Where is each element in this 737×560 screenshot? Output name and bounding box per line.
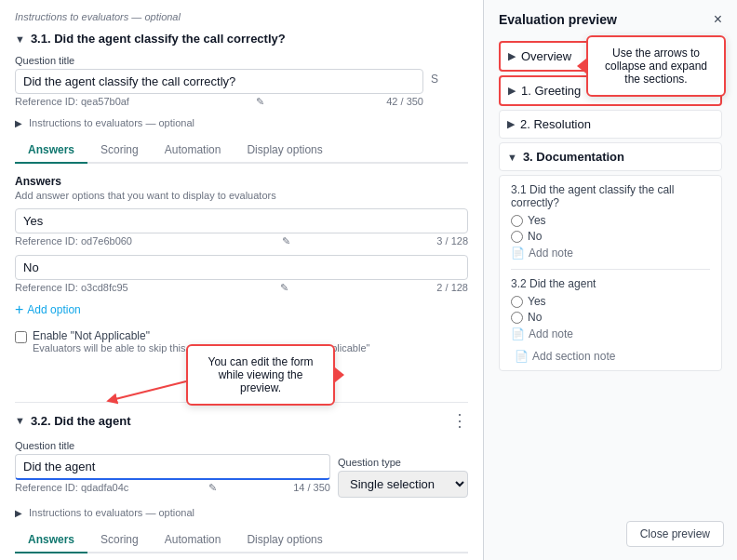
add-note-q1[interactable]: 📄 Add note [511, 247, 710, 260]
preview-q1-text: 3.1 Did the agent classify the call corr… [511, 183, 710, 209]
right-panel: Evaluation preview × ▶ Overview ▶ 1. Gre… [484, 0, 737, 560]
not-applicable-label: Enable "Not Applicable" [33, 329, 369, 342]
documentation-section-header[interactable]: ▼ 3. Documentation [499, 142, 722, 171]
tab-display-options-3-2[interactable]: Display options [234, 527, 335, 553]
resolution-section-header[interactable]: ▶ 2. Resolution [499, 110, 722, 139]
evaluation-preview-title: Evaluation preview [499, 12, 617, 27]
section-3-2-header: ▼ 3.2. Did the agent [15, 414, 131, 428]
question-title-label: Question title [15, 55, 423, 66]
ref-id: Reference ID: qea57b0af [15, 96, 129, 108]
section-3-1-header: ▼ 3.1. Did the agent classify the call c… [15, 32, 468, 46]
char-count-3-2: 14 / 350 [293, 482, 330, 494]
preview-q1-no-radio[interactable] [511, 231, 523, 243]
answer-no-count: 2 / 128 [436, 282, 468, 294]
question-type-select[interactable]: Single selection [338, 471, 468, 498]
add-note-q2[interactable]: 📄 Add note [511, 327, 710, 340]
answer-no-input[interactable] [15, 255, 468, 280]
preview-q1-yes-label: Yes [528, 214, 546, 227]
tabs-3-1: Answers Scoring Automation Display optio… [15, 138, 468, 164]
not-applicable-sublabel: Evaluators will be able to skip this que… [33, 342, 369, 353]
section-note-label: Add section note [532, 350, 615, 363]
preview-q2: 3.2 Did the agent Yes No 📄 Add note [511, 277, 710, 340]
question-title-group: Question title Reference ID: qea57b0af ✎… [15, 55, 468, 108]
documentation-arrow[interactable]: ▼ [507, 152, 517, 163]
section-3-2-row: ▼ 3.2. Did the agent ⋮ [15, 410, 468, 431]
add-option-label: Add option [27, 303, 80, 316]
tab-scoring[interactable]: Scoring [87, 138, 152, 164]
char-count: 42 / 350 [386, 96, 423, 108]
question-type-short: S [431, 73, 438, 86]
add-note-icon: 📄 [511, 247, 525, 260]
instructions-optional-3-2: ▶ Instructions to evaluators — optional [15, 507, 468, 518]
resolution-label: 2. Resolution [520, 117, 591, 131]
answer-no-option: Reference ID: o3cd8fc95 ✎ 2 / 128 [15, 255, 468, 294]
arrows-callout: Use the arrows to collapse and expand th… [586, 35, 726, 97]
section-3-2-arrow[interactable]: ▼ [15, 415, 25, 426]
not-applicable-row: Enable "Not Applicable" Evaluators will … [15, 329, 468, 353]
edit-icon-3-2[interactable]: ✎ [208, 482, 217, 494]
add-section-note[interactable]: 📄 Add section note [511, 350, 710, 363]
tab-automation[interactable]: Automation [152, 138, 234, 164]
greeting-label: 1. Greeting [521, 84, 581, 98]
answer-no-edit[interactable]: ✎ [280, 282, 288, 294]
add-option-plus-icon: + [15, 301, 23, 318]
tab-answers-3-2[interactable]: Answers [15, 527, 87, 553]
callout-arrow-left [577, 59, 586, 73]
question-3-2-group: Question title Reference ID: qdadfa04c ✎… [15, 440, 468, 498]
documentation-label: 3. Documentation [523, 150, 624, 164]
question-3-2-input[interactable] [15, 454, 330, 480]
greeting-arrow[interactable]: ▶ [508, 85, 516, 97]
add-between-sections-btn[interactable]: + [232, 363, 252, 383]
preview-q2-no[interactable]: No [511, 311, 710, 324]
answers-label: Answers [15, 175, 468, 188]
answer-yes-input[interactable] [15, 208, 468, 233]
tab-scoring-3-2[interactable]: Scoring [87, 527, 152, 553]
answer-yes-count: 3 / 128 [436, 235, 468, 247]
question-title-input[interactable] [15, 69, 423, 94]
tab-automation-3-2[interactable]: Automation [152, 527, 234, 553]
close-preview-button[interactable]: Close preview [626, 521, 724, 547]
tab-display-options[interactable]: Display options [234, 138, 335, 164]
documentation-body: 3.1 Did the agent classify the call corr… [499, 175, 722, 371]
preview-q1-no[interactable]: No [511, 230, 710, 243]
add-note-label-2: Add note [529, 327, 573, 340]
ref-id-3-2: Reference ID: qdadfa04c [15, 482, 128, 494]
answers-sublabel: Add answer options that you want to disp… [15, 190, 468, 201]
preview-q2-yes[interactable]: Yes [511, 295, 710, 308]
preview-q2-no-radio[interactable] [511, 312, 523, 324]
add-option-btn[interactable]: + Add option [15, 301, 468, 318]
resolution-arrow[interactable]: ▶ [507, 118, 515, 130]
preview-q1-no-label: No [528, 230, 542, 243]
section-3-2-menu[interactable]: ⋮ [451, 410, 468, 431]
preview-q2-yes-label: Yes [528, 295, 546, 308]
answer-yes-option: Reference ID: od7e6b060 ✎ 3 / 128 [15, 208, 468, 247]
preview-q2-no-label: No [528, 311, 542, 324]
preview-q1-yes[interactable]: Yes [511, 214, 710, 227]
instructions-optional-3-1: ▶ Instructions to evaluators — optional [15, 117, 468, 128]
answer-no-ref: Reference ID: o3cd8fc95 [15, 282, 128, 294]
answers-section: Answers Add answer options that you want… [15, 175, 468, 353]
answer-yes-ref: Reference ID: od7e6b060 [15, 235, 132, 247]
left-panel: Instructions to evaluators — optional ▼ … [0, 0, 484, 560]
preview-q1: 3.1 Did the agent classify the call corr… [511, 183, 710, 260]
overview-arrow[interactable]: ▶ [508, 50, 516, 62]
preview-section-documentation: ▼ 3. Documentation 3.1 Did the agent cla… [499, 142, 722, 371]
answer-yes-edit[interactable]: ✎ [282, 235, 290, 247]
section-note-icon: 📄 [515, 350, 529, 363]
tab-answers[interactable]: Answers [15, 138, 87, 164]
preview-q2-text: 3.2 Did the agent [511, 277, 710, 290]
close-preview-x[interactable]: × [714, 11, 722, 28]
preview-q2-yes-radio[interactable] [511, 296, 523, 308]
question-3-2-label: Question title [15, 440, 330, 451]
section-3-1-title: 3.1. Did the agent classify the call cor… [31, 32, 286, 46]
overview-label: Overview [521, 49, 571, 63]
edit-icon[interactable]: ✎ [256, 96, 264, 108]
instructions-header: Instructions to evaluators — optional [15, 11, 468, 22]
arrows-callout-text: Use the arrows to collapse and expand th… [605, 47, 707, 86]
preview-section-resolution: ▶ 2. Resolution [499, 110, 722, 139]
section-3-2-title: 3.2. Did the agent [31, 414, 131, 428]
section-3-1-arrow[interactable]: ▼ [15, 33, 25, 45]
preview-q1-yes-radio[interactable] [511, 215, 523, 227]
add-note-icon-2: 📄 [511, 327, 525, 340]
not-applicable-checkbox[interactable] [15, 331, 27, 343]
